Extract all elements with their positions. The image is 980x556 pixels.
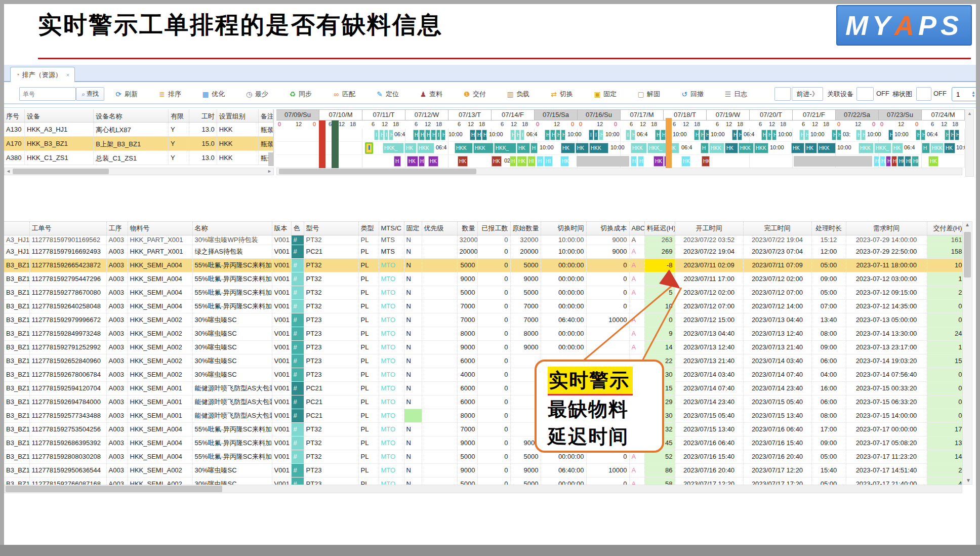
gantt-task-bar[interactable]: HK: [428, 156, 438, 167]
gantt-task-bar[interactable]: HKK: [709, 143, 724, 153]
toolbar-button-回撤[interactable]: ↺回撤: [680, 87, 704, 101]
gantt-task-bar[interactable]: H: [515, 130, 520, 140]
gantt-task-bar[interactable]: H: [804, 130, 809, 140]
table-row[interactable]: B3_BZ11127781592795447296A003HKK_SEMI_A0…: [4, 272, 962, 286]
toolbar-button-交付[interactable]: ❶交付: [463, 87, 486, 101]
gantt-task-bar[interactable]: I: [589, 130, 593, 140]
orders-col-header-原始数量[interactable]: 原始数量: [510, 222, 541, 235]
toolbar-button-最少[interactable]: ◷最少: [245, 87, 268, 101]
gantt-vscrollbar[interactable]: ▲: [965, 109, 974, 177]
orders-col-header-优先级[interactable]: 优先级: [422, 222, 457, 235]
gantt-task-bar[interactable]: H: [419, 130, 425, 140]
orders-col-header-需求时间[interactable]: 需求时间: [846, 222, 927, 235]
order-number-input[interactable]: [19, 87, 76, 101]
gantt-task-bar[interactable]: H: [537, 156, 544, 167]
gantt-task-bar[interactable]: H: [891, 156, 897, 167]
gantt-task-bar[interactable]: HKK: [455, 143, 473, 153]
gantt-task-bar[interactable]: HK: [681, 156, 690, 167]
gantt-task-bar[interactable]: I: [520, 130, 524, 140]
gantt-task-bar[interactable]: HK: [654, 156, 664, 167]
table-row[interactable]: B3_BZ11127781592950636544A003HKK_SEMI_A0…: [4, 463, 962, 477]
orders-col-header-料延迟(H)[interactable]: 料延迟(H): [644, 222, 675, 235]
scroll-left-icon[interactable]: ◄: [5, 168, 12, 175]
gantt-task-bar[interactable]: HKK: [930, 143, 944, 153]
table-row[interactable]: B3_BZ11127781592849973248A003HKK_SEMI_A0…: [4, 327, 962, 340]
gantt-task-bar[interactable]: H: [767, 130, 771, 140]
gantt-task-bar[interactable]: HKK: [739, 143, 754, 153]
gantt-task-bar[interactable]: H: [476, 130, 481, 140]
gantt-task-bar[interactable]: H: [955, 130, 959, 140]
linked-device-state[interactable]: OFF: [876, 90, 889, 97]
table-row[interactable]: A3_HJ11127781597901169562A003HKK_PART_X0…: [4, 235, 962, 245]
gantt-task-bar[interactable]: H: [732, 130, 737, 140]
gantt-task-bar[interactable]: H: [738, 130, 742, 140]
orders-col-header-处理时长[interactable]: 处理时长: [811, 222, 846, 235]
gantt-task-bar[interactable]: I: [436, 130, 440, 140]
toolbar-button-定位[interactable]: ✎定位: [376, 87, 399, 101]
spinner-arrows-icon[interactable]: ▲▼: [971, 91, 975, 98]
table-row[interactable]: B3_BZ11127781592808030208A003HKK_SEMI_A0…: [4, 450, 962, 463]
table-row[interactable]: B3_BZ11127781592652840960A003HKK_SEMI_A0…: [4, 354, 962, 368]
gantt-task-bar[interactable]: HK: [404, 143, 417, 153]
gantt-task-bar[interactable]: H: [413, 130, 419, 140]
toolbar-button-查料[interactable]: ♟查料: [419, 87, 442, 101]
toolbar-button-解固[interactable]: ▢解固: [637, 87, 660, 101]
gantt-task-bar[interactable]: HK: [725, 143, 738, 153]
scroll-right-icon[interactable]: ►: [266, 168, 273, 175]
ladder-chart-input[interactable]: [916, 87, 931, 101]
table-row[interactable]: B3_BZ11127781592766087168A003HKK_SEMI_A0…: [4, 477, 962, 485]
resource-row-A380[interactable]: A380HKK_C1_ZS1总装_C1_ZS1Y13.0HKK瓶颈: [4, 151, 273, 165]
gantt-task-bar[interactable]: HKK: [473, 143, 494, 153]
toolbar-button-日志[interactable]: ☰日志: [724, 87, 747, 101]
gantt-task-bar[interactable]: H: [599, 130, 603, 140]
gantt-task-bar[interactable]: H: [631, 130, 635, 140]
gantt-task-bar[interactable]: H: [700, 130, 704, 140]
tab-close-icon[interactable]: ×: [66, 72, 69, 78]
gantt-task-bar[interactable]: H: [701, 143, 709, 153]
orders-hscrollbar[interactable]: [4, 485, 962, 493]
gantt-task-bar[interactable]: HK: [702, 156, 710, 167]
toolbar-button-同步[interactable]: ♻同步: [289, 87, 312, 101]
orders-vscrollbar[interactable]: ▲▼: [962, 221, 972, 485]
gantt-task-bar[interactable]: HKK: [818, 143, 836, 153]
table-row[interactable]: B3_BZ11127781592594120704A003HKK_SEMI_A0…: [4, 381, 962, 395]
gantt-task-bar[interactable]: H: [694, 130, 699, 140]
orders-col-header-版本[interactable]: 版本: [272, 222, 291, 235]
orders-col-header-开工时间[interactable]: 开工时间: [675, 222, 743, 235]
gantt-task-bar[interactable]: H: [861, 130, 866, 140]
tab-scheduling-resource[interactable]: ◔ 排产（资源） ×: [10, 67, 75, 82]
resource-row-A130[interactable]: A130HKK_A3_HJ1离心机LX87Y13.0HKK瓶颈: [4, 123, 273, 137]
toolbar-button-排序[interactable]: ≣排序: [158, 87, 181, 101]
gantt-task-bar[interactable]: H: [880, 156, 885, 167]
orders-col-header-数量[interactable]: 数量: [457, 222, 477, 235]
resource-col-header[interactable]: 设备名称: [94, 109, 169, 122]
gantt-task-bar[interactable]: HK: [561, 143, 575, 153]
gantt-task-bar[interactable]: HK: [944, 143, 955, 153]
gantt-task-bar[interactable]: HK: [517, 143, 530, 153]
gantt-task-bar[interactable]: H: [888, 130, 893, 140]
orders-col-header-完工时间[interactable]: 完工时间: [743, 222, 811, 235]
gantt-task-bar[interactable]: H: [874, 156, 879, 167]
gantt-task-bar[interactable]: H: [470, 130, 475, 140]
orders-col-header-交付差(H)[interactable]: 交付差(H): [927, 222, 962, 235]
gantt-task-bar[interactable]: HKK_: [647, 143, 667, 153]
toolbar-button-切换[interactable]: ⇄切换: [550, 87, 573, 101]
gantt-task-bar[interactable]: H: [950, 130, 954, 140]
find-button[interactable]: ⌕ 查找: [76, 87, 104, 101]
gantt-task-bar[interactable]: H: [425, 130, 430, 140]
orders-col-header-已报工数[interactable]: 已报工数: [477, 222, 510, 235]
gantt-task-bar[interactable]: HKK: [589, 143, 608, 153]
locked-task-icon[interactable]: [365, 142, 373, 154]
gantt-hscrollbar[interactable]: [276, 168, 962, 175]
gantt-task-bar[interactable]: HKK: [417, 143, 434, 153]
toolbar-button-刷新[interactable]: ⟳刷新: [114, 87, 138, 101]
gantt-task-bar[interactable]: HK: [805, 143, 817, 153]
gantt-task-bar[interactable]: H: [799, 130, 804, 140]
orders-col-header-切换成本[interactable]: 切换成本: [586, 222, 629, 235]
gantt-task-bar[interactable]: HK: [892, 143, 903, 153]
gantt-task-bar[interactable]: HKK_: [874, 143, 891, 153]
gantt-task-bar[interactable]: H: [482, 130, 487, 140]
orders-col-header-色[interactable]: 色: [291, 222, 304, 235]
table-row[interactable]: B3_BZ11127781592778670080A003HKK_SEMI_A0…: [4, 286, 962, 299]
gantt-task-bar[interactable]: HK: [492, 156, 502, 167]
